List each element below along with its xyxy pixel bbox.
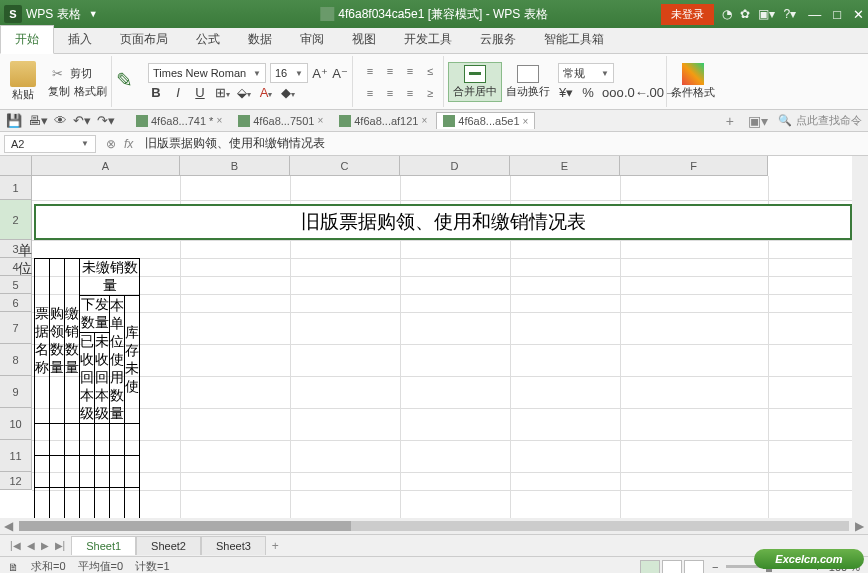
conditional-format-button[interactable]: 条件格式 [671, 63, 715, 100]
comma-button[interactable]: ооо [602, 85, 618, 100]
row-header-8[interactable]: 8 [0, 344, 32, 376]
row-header-7[interactable]: 7 [0, 312, 32, 344]
close-tab-icon[interactable]: × [421, 115, 427, 126]
menu-tab-5[interactable]: 审阅 [286, 26, 338, 53]
align-bottom-button[interactable]: ≡ [401, 61, 419, 81]
select-all-corner[interactable] [0, 156, 32, 176]
scroll-left-icon[interactable]: ◀ [0, 519, 17, 533]
row-header-2[interactable]: 2 [0, 200, 32, 240]
prev-sheet-icon[interactable]: ◀ [25, 540, 37, 551]
indent-left-button[interactable]: ≤ [421, 61, 439, 81]
col-header-F[interactable]: F [620, 156, 768, 176]
border-button[interactable]: ⊞▾ [214, 85, 230, 100]
doc-tab-2[interactable]: 4f6a8...af121× [332, 112, 434, 130]
menu-tab-1[interactable]: 插入 [54, 26, 106, 53]
col-header-A[interactable]: A [32, 156, 180, 176]
format-painter-button[interactable]: 格式刷 [74, 84, 107, 99]
indent-right-button[interactable]: ≥ [421, 83, 439, 103]
tab-list-button[interactable]: ▣▾ [744, 113, 772, 129]
currency-button[interactable]: ¥▾ [558, 85, 574, 100]
percent-button[interactable]: % [580, 85, 596, 100]
sync-icon[interactable]: ◔ [722, 7, 732, 21]
close-tab-icon[interactable]: × [523, 116, 529, 127]
fx-icon[interactable]: fx [124, 137, 133, 151]
horizontal-scrollbar[interactable]: ◀ ▶ [0, 518, 868, 534]
minimize-button[interactable]: — [808, 7, 821, 22]
redo-icon[interactable]: ↷▾ [97, 113, 115, 128]
maximize-button[interactable]: □ [833, 7, 841, 22]
row-header-12[interactable]: 12 [0, 472, 32, 490]
normal-view-button[interactable] [640, 560, 660, 574]
row-header-11[interactable]: 11 [0, 440, 32, 472]
paste-button[interactable]: 粘贴 [6, 61, 40, 102]
undo-icon[interactable]: ↶▾ [73, 113, 91, 128]
doc-tab-3[interactable]: 4f6a8...a5e1× [436, 112, 535, 129]
align-top-button[interactable]: ≡ [361, 61, 379, 81]
add-sheet-button[interactable]: + [266, 539, 285, 553]
decrease-decimal-button[interactable]: .00→ [646, 85, 662, 100]
app-menu-dropdown[interactable]: ▼ [89, 9, 98, 19]
spreadsheet-grid[interactable]: ABCDEF 123456789101112 旧版票据购领、使用和缴销情况表 单… [0, 156, 868, 534]
gear-icon[interactable]: ✿ [740, 7, 750, 21]
close-button[interactable]: ✕ [853, 7, 864, 22]
command-search[interactable]: 🔍 点此查找命令 [778, 113, 862, 128]
preview-icon[interactable]: 👁 [54, 113, 67, 128]
formula-input[interactable]: 旧版票据购领、使用和缴销情况表 [139, 133, 868, 154]
name-box[interactable]: A2▼ [4, 135, 96, 153]
align-middle-button[interactable]: ≡ [381, 61, 399, 81]
merge-center-button[interactable]: 合并居中 [448, 62, 502, 102]
increase-decimal-button[interactable]: .0← [624, 85, 640, 100]
col-header-C[interactable]: C [290, 156, 400, 176]
close-tab-icon[interactable]: × [216, 115, 222, 126]
col-header-E[interactable]: E [510, 156, 620, 176]
sheet-tab-Sheet3[interactable]: Sheet3 [201, 536, 266, 555]
login-button[interactable]: 未登录 [661, 4, 714, 25]
align-right-button[interactable]: ≡ [401, 83, 419, 103]
cancel-formula-icon[interactable]: ⊗ [106, 137, 116, 151]
menu-tab-9[interactable]: 智能工具箱 [530, 26, 618, 53]
next-sheet-icon[interactable]: ▶ [39, 540, 51, 551]
skin-icon[interactable]: ▣▾ [758, 7, 775, 21]
reading-view-button[interactable] [684, 560, 704, 574]
sheet-tab-Sheet1[interactable]: Sheet1 [71, 536, 136, 555]
first-sheet-icon[interactable]: |◀ [8, 540, 23, 551]
phonetic-button[interactable]: ◆▾ [280, 85, 296, 100]
vertical-scrollbar[interactable] [852, 156, 868, 518]
doc-tab-0[interactable]: 4f6a8...741 *× [129, 112, 229, 130]
fill-color-button[interactable]: ⬙▾ [236, 85, 252, 100]
copy-button[interactable]: 复制 [48, 84, 70, 99]
help-icon[interactable]: ?▾ [783, 7, 796, 21]
close-tab-icon[interactable]: × [317, 115, 323, 126]
format-painter-icon[interactable]: ✎ [116, 68, 140, 96]
row-header-10[interactable]: 10 [0, 408, 32, 440]
zoom-out-button[interactable]: − [712, 561, 718, 573]
font-color-button[interactable]: A▾ [258, 85, 274, 100]
menu-tab-7[interactable]: 开发工具 [390, 26, 466, 53]
print-icon[interactable]: 🖶▾ [28, 113, 48, 128]
align-center-button[interactable]: ≡ [381, 83, 399, 103]
sheet-tab-Sheet2[interactable]: Sheet2 [136, 536, 201, 555]
new-tab-button[interactable]: + [722, 113, 738, 129]
scroll-right-icon[interactable]: ▶ [851, 519, 868, 533]
menu-tab-2[interactable]: 页面布局 [106, 26, 182, 53]
menu-tab-4[interactable]: 数据 [234, 26, 286, 53]
font-name-select[interactable]: Times New Roman▼ [148, 63, 266, 83]
doc-tab-1[interactable]: 4f6a8...7501× [231, 112, 330, 130]
cut-button[interactable]: ✂剪切 [48, 64, 107, 82]
last-sheet-icon[interactable]: ▶| [53, 540, 68, 551]
page-view-button[interactable] [662, 560, 682, 574]
row-header-6[interactable]: 6 [0, 294, 32, 312]
align-left-button[interactable]: ≡ [361, 83, 379, 103]
menu-tab-6[interactable]: 视图 [338, 26, 390, 53]
bold-button[interactable]: B [148, 85, 164, 100]
sheet-title-cell[interactable]: 旧版票据购领、使用和缴销情况表 [34, 204, 852, 240]
italic-button[interactable]: I [170, 85, 186, 100]
row-header-1[interactable]: 1 [0, 176, 32, 200]
row-header-9[interactable]: 9 [0, 376, 32, 408]
row-header-5[interactable]: 5 [0, 276, 32, 294]
col-header-B[interactable]: B [180, 156, 290, 176]
font-size-select[interactable]: 16▼ [270, 63, 308, 83]
wrap-text-button[interactable]: 自动换行 [506, 65, 550, 99]
col-header-D[interactable]: D [400, 156, 510, 176]
increase-font-button[interactable]: A⁺ [312, 66, 328, 81]
